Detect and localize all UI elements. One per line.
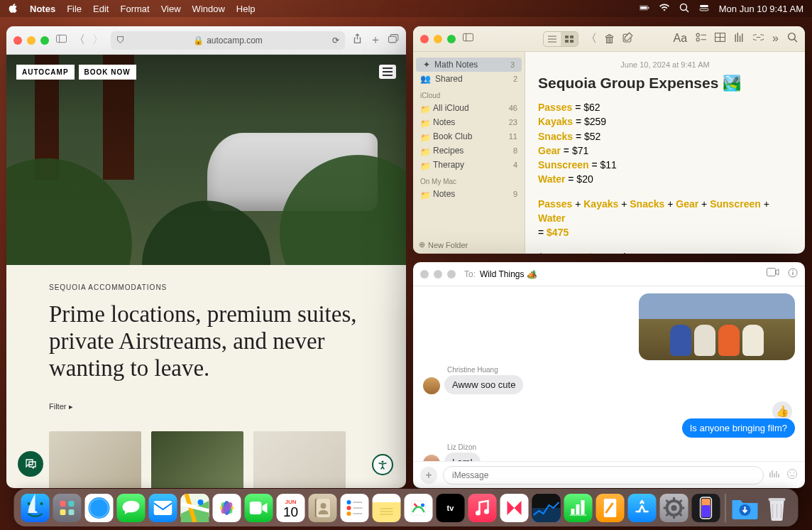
gallery-view-button[interactable] <box>561 32 578 46</box>
info-icon[interactable] <box>788 268 798 280</box>
minimize-button[interactable] <box>27 36 35 45</box>
conversation-name[interactable]: Wild Things 🏕️ <box>480 269 537 279</box>
clock[interactable]: Mon Jun 10 9:41 AM <box>719 4 803 14</box>
address-bar[interactable]: ⛉ 🔒 autocamp.com ⟳ <box>111 31 345 50</box>
apps-button[interactable]: + <box>420 467 437 484</box>
format-icon[interactable]: Aa <box>674 32 688 45</box>
dock-app-pages[interactable] <box>596 494 625 522</box>
dock-trash[interactable] <box>763 494 791 522</box>
message-bubble[interactable]: Awww soo cute <box>444 375 523 394</box>
message-input[interactable] <box>443 466 764 485</box>
emoji-icon[interactable] <box>786 468 798 482</box>
dock-app-appstore[interactable] <box>628 494 657 522</box>
wifi-icon[interactable] <box>659 3 669 15</box>
media-icon[interactable] <box>734 32 745 45</box>
dock-app-messages[interactable] <box>117 494 146 522</box>
message-thread[interactable]: Christine Huang Awww soo cute 👍 Is anyon… <box>413 286 805 461</box>
dock-app-photos[interactable] <box>213 494 241 522</box>
message-bubble[interactable]: I am! <box>444 453 481 461</box>
dock-app-music[interactable] <box>468 494 497 522</box>
close-button[interactable] <box>13 36 22 45</box>
dock-app-safari[interactable] <box>85 494 114 522</box>
audio-icon[interactable] <box>769 469 781 482</box>
share-icon[interactable] <box>352 33 363 47</box>
trash-icon[interactable]: 🗑 <box>604 33 615 45</box>
dock-app-numbers[interactable] <box>564 494 593 522</box>
menu-edit[interactable]: Edit <box>93 4 109 14</box>
minimize-button[interactable] <box>434 270 442 278</box>
new-folder-button[interactable]: ⊕New Folder <box>419 240 468 249</box>
zoom-button[interactable] <box>447 270 456 278</box>
dock-app-mail[interactable] <box>149 494 177 522</box>
list-view-button[interactable] <box>544 32 561 46</box>
back-icon[interactable]: 〈 <box>586 31 597 46</box>
sidebar-item-therapy[interactable]: 📁Therapy4 <box>413 158 525 172</box>
sidebar-item-onmac-notes[interactable]: 📁Notes9 <box>413 187 525 201</box>
note-editor[interactable]: June 10, 2024 at 9:41 AM Sequoia Group E… <box>525 26 805 254</box>
dock-folder-downloads[interactable] <box>731 494 759 522</box>
spotlight-icon[interactable] <box>679 3 689 15</box>
hamburger-menu[interactable] <box>379 65 396 79</box>
sidebar-item-all-icloud[interactable]: 📁All iCloud46 <box>413 101 525 115</box>
sidebar-item-math-notes[interactable]: ✦Math Notes3 <box>416 58 522 72</box>
new-tab-icon[interactable]: ＋ <box>370 33 381 48</box>
menu-file[interactable]: File <box>67 4 82 14</box>
zoom-button[interactable] <box>40 36 49 45</box>
sidebar-item-notes[interactable]: 📁Notes23 <box>413 115 525 129</box>
dock-app-notes[interactable] <box>373 494 401 522</box>
sidebar-item-book-club[interactable]: 📁Book Club11 <box>413 129 525 144</box>
sidebar-item-recipes[interactable]: 📁Recipes8 <box>413 144 525 158</box>
chat-fab[interactable] <box>18 451 43 477</box>
filter-button[interactable]: Filter ▸ <box>49 402 363 411</box>
dock-app-news[interactable] <box>500 494 529 522</box>
link-icon[interactable] <box>753 32 764 45</box>
apple-menu[interactable] <box>9 3 18 15</box>
sidebar-toggle-icon[interactable] <box>463 32 473 45</box>
dock-app-reminders[interactable] <box>341 494 369 522</box>
dock-app-maps[interactable] <box>181 494 209 522</box>
thumbnail-card[interactable] <box>151 431 243 488</box>
accessibility-fab[interactable] <box>372 454 393 475</box>
menu-view[interactable]: View <box>161 4 181 14</box>
sidebar-item-shared[interactable]: 👥Shared2 <box>413 72 525 86</box>
close-button[interactable] <box>420 270 429 278</box>
menu-help[interactable]: Help <box>236 4 256 14</box>
dock-app-calendar[interactable]: JUN10 <box>277 494 305 522</box>
menu-format[interactable]: Format <box>120 4 149 14</box>
tabs-overview-icon[interactable] <box>388 33 399 47</box>
dock-app-facetime[interactable] <box>245 494 273 522</box>
avatar[interactable] <box>423 455 440 461</box>
dock-app-launchpad[interactable] <box>53 494 82 522</box>
battery-icon[interactable] <box>640 3 649 15</box>
avatar[interactable] <box>423 377 440 394</box>
dock-app-settings[interactable] <box>660 494 688 522</box>
dock-app-phone-mirror[interactable] <box>692 494 720 522</box>
minimize-button[interactable] <box>434 35 442 43</box>
more-icon[interactable]: » <box>772 32 779 45</box>
reload-icon[interactable]: ⟳ <box>332 36 339 45</box>
dock-app-contacts[interactable] <box>309 494 337 522</box>
message-bubble[interactable]: Is anyone bringing film? <box>682 418 795 438</box>
dock-app-finder[interactable] <box>21 494 50 522</box>
forward-button[interactable]: 〉 <box>92 33 104 48</box>
search-icon[interactable] <box>787 32 798 45</box>
zoom-button[interactable] <box>447 35 456 43</box>
view-mode-segment[interactable] <box>543 31 578 47</box>
back-button[interactable]: 〈 <box>74 33 85 48</box>
sidebar-toggle-icon[interactable] <box>56 33 67 47</box>
dock-app-tv[interactable]: tv <box>437 494 465 522</box>
compose-icon[interactable] <box>622 32 633 45</box>
checklist-icon[interactable] <box>696 32 706 45</box>
close-button[interactable] <box>420 35 429 43</box>
sent-photo[interactable] <box>639 293 795 360</box>
site-logo[interactable]: AUTOCAMPBOOK NOW <box>16 65 136 80</box>
thumbnail-card[interactable] <box>49 431 141 488</box>
app-menu[interactable]: Notes <box>30 4 55 14</box>
menu-window[interactable]: Window <box>192 4 225 14</box>
thumbnail-card[interactable] <box>253 431 346 488</box>
facetime-icon[interactable] <box>767 268 779 280</box>
table-icon[interactable] <box>715 32 725 45</box>
dock-app-freeform[interactable] <box>405 494 433 522</box>
dock-app-stocks[interactable] <box>532 494 561 522</box>
control-center-icon[interactable] <box>699 3 709 15</box>
